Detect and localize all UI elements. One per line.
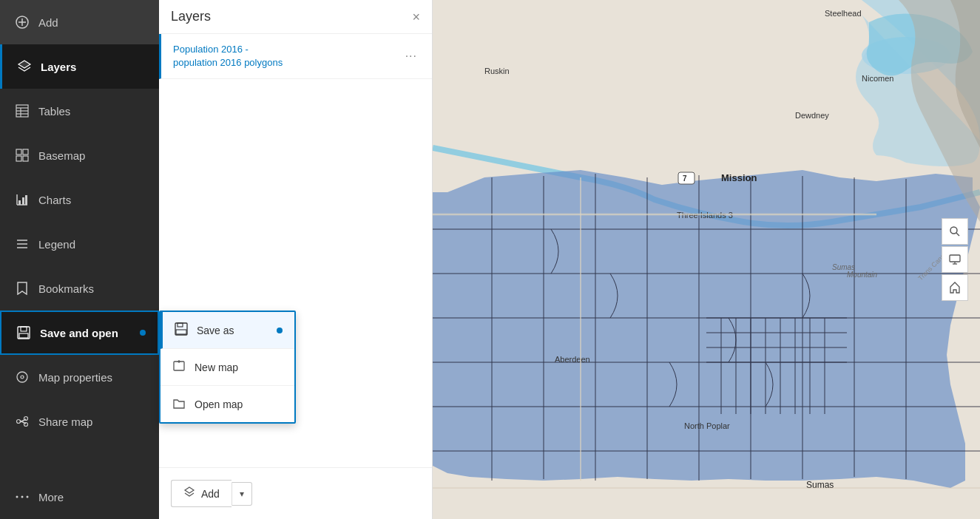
svg-rect-15 [18,200,21,205]
svg-text:Mission: Mission [721,172,757,183]
sidebar-item-label: Bookmarks [38,282,94,295]
svg-text:North Poplar: North Poplar [684,421,730,430]
svg-text:Aberdeen: Aberdeen [555,355,590,364]
share-map-icon [15,414,30,429]
svg-rect-17 [25,195,27,205]
svg-rect-33 [175,323,187,335]
sidebar-item-charts[interactable]: Charts [0,177,159,222]
layers-header: Layers × [159,0,432,34]
svg-rect-23 [19,333,28,338]
sidebar-item-save-and-open[interactable]: Save and open [0,311,159,355]
add-layer-dropdown-button[interactable]: ▾ [232,482,252,506]
add-layer-label: Add [201,488,220,500]
layer-item[interactable]: Population 2016 -population 2016 polygon… [159,34,432,79]
map-properties-icon [15,370,30,384]
new-map-icon [172,359,186,375]
new-map-label: New map [195,362,238,373]
svg-point-24 [17,372,27,382]
bookmarks-icon [15,281,30,296]
sidebar-item-tables[interactable]: Tables [0,89,159,133]
save-as-icon [175,322,188,338]
home-button[interactable] [942,274,968,301]
sidebar-item-label: Add [38,16,58,29]
search-map-icon [949,225,961,237]
layers-icon [17,59,32,74]
svg-line-86 [956,233,959,236]
svg-text:7: 7 [683,174,687,183]
tables-icon [15,104,30,118]
svg-text:Sumas: Sumas [832,263,855,271]
save-dropdown-menu: Save as New map Open map [159,311,296,424]
svg-point-30 [21,496,24,498]
save-as-label: Save as [197,325,234,336]
svg-point-29 [16,496,18,498]
svg-text:Dewdney: Dewdney [795,111,829,120]
svg-rect-16 [22,197,24,205]
save-as-menu-item[interactable]: Save as [160,312,294,349]
svg-text:Ruskin: Ruskin [484,67,510,75]
svg-point-25 [21,376,24,379]
sidebar: Add Layers Tables [0,0,159,519]
svg-rect-12 [23,156,28,161]
add-layer-icon [183,486,195,501]
save-and-open-icon [16,325,31,340]
more-icon [15,489,30,504]
svg-rect-34 [178,323,183,327]
map-area[interactable]: Steelhead Ruskin Nicomen Dewdney Mission… [433,0,980,519]
sidebar-item-label: Basemap [38,149,85,162]
monitor-button[interactable] [942,246,968,273]
svg-marker-3 [18,61,30,68]
open-map-label: Open map [195,398,243,410]
save-as-dot-indicator [277,328,283,333]
monitor-icon [949,254,961,265]
chevron-down-icon: ▾ [240,489,244,499]
sidebar-item-label: Share map [38,415,92,428]
svg-point-31 [27,496,29,498]
svg-point-85 [950,227,957,234]
layers-panel-title: Layers [171,9,211,24]
sidebar-item-label: Layers [41,61,76,73]
svg-rect-9 [16,149,21,155]
map-svg: Steelhead Ruskin Nicomen Dewdney Mission… [433,0,980,519]
add-layer-button[interactable]: Add [171,480,232,507]
sidebar-item-legend[interactable]: Legend [0,222,159,266]
sidebar-item-label: Tables [38,105,70,118]
home-icon [950,282,960,294]
sidebar-item-label: Charts [38,194,71,206]
layers-panel: Layers × Population 2016 -population 201… [159,0,433,519]
open-map-icon [172,396,186,412]
svg-text:Steelhead: Steelhead [825,9,862,18]
svg-text:Sumas: Sumas [806,480,834,490]
sidebar-item-basemap[interactable]: Basemap [0,133,159,177]
map-controls [942,218,968,301]
sidebar-item-add[interactable]: Add [0,0,159,44]
search-map-button[interactable] [942,218,968,245]
sidebar-item-more[interactable]: More [0,475,159,519]
layer-options-button[interactable]: ··· [402,47,420,66]
new-map-menu-item[interactable]: New map [160,349,294,386]
legend-icon [15,237,30,251]
sidebar-item-share-map[interactable]: Share map [0,399,159,444]
svg-text:Nicomen: Nicomen [862,74,893,83]
svg-rect-11 [16,156,21,161]
layers-add-section: Add ▾ [159,467,432,519]
svg-marker-32 [185,487,194,493]
svg-rect-35 [176,330,186,334]
open-map-menu-item[interactable]: Open map [160,386,294,422]
basemap-icon [15,148,30,163]
sidebar-item-label: Legend [38,238,75,251]
layers-close-button[interactable]: × [412,10,420,24]
svg-point-28 [17,420,21,424]
sidebar-item-layers[interactable]: Layers [0,44,159,89]
svg-rect-10 [23,149,28,155]
svg-rect-22 [21,327,27,331]
sidebar-item-map-properties[interactable]: Map properties [0,355,159,399]
add-icon [15,15,30,30]
charts-icon [15,192,30,207]
sidebar-item-label: More [38,491,64,503]
svg-text:Mountain: Mountain [847,271,878,279]
layer-name: Population 2016 -population 2016 polygon… [173,43,402,69]
sidebar-item-label: Save and open [40,327,118,339]
sidebar-item-label: Map properties [38,371,112,384]
sidebar-item-bookmarks[interactable]: Bookmarks [0,266,159,311]
